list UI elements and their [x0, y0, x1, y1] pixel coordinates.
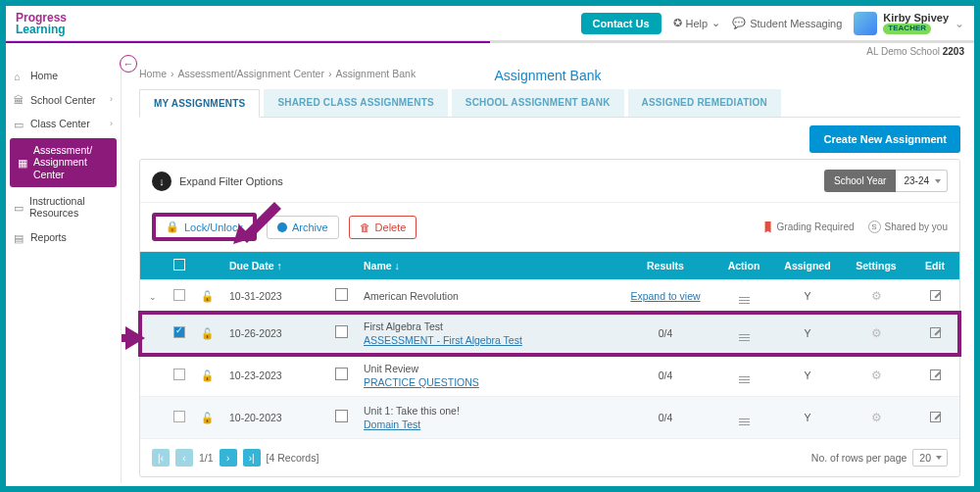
page-first-button[interactable]: |‹ — [152, 449, 170, 467]
row-checkbox[interactable] — [173, 289, 185, 301]
cell-assigned: Y — [773, 313, 842, 355]
school-year-label: School Year — [824, 170, 896, 192]
sidebar-item-instructional[interactable]: ▭ Instructional Resources — [6, 189, 121, 225]
rows-per-page-label: No. of rows per page — [811, 452, 906, 464]
pagination: |‹ ‹ 1/1 › ›| [4 Records] No. of rows pe… — [140, 438, 959, 476]
cell-assigned: Y — [773, 280, 842, 313]
record-count: [4 Records] — [267, 452, 319, 464]
report-icon: ▤ — [14, 232, 24, 243]
cell-name: American Revolution — [356, 280, 616, 313]
col-name[interactable]: Name ↓ — [356, 252, 616, 280]
row-checkbox[interactable] — [173, 369, 185, 380]
action-menu-icon[interactable] — [739, 376, 750, 384]
rows-per-page-select[interactable]: 20 — [912, 449, 948, 467]
action-menu-icon[interactable] — [739, 297, 750, 305]
sidebar-item-school-center[interactable]: 🏛 School Center › — [6, 88, 121, 113]
edit-icon[interactable] — [930, 369, 941, 380]
cell-results: 0/4 — [616, 355, 714, 397]
gear-icon[interactable]: ⚙ — [871, 369, 882, 382]
cell-results: 0/4 — [616, 313, 714, 355]
action-menu-icon[interactable] — [739, 334, 750, 342]
cell-results: 0/4 — [616, 397, 714, 439]
school-year-value[interactable]: 23-24 — [896, 170, 948, 192]
tab-shared-class[interactable]: SHARED CLASS ASSIGNMENTS — [264, 89, 447, 117]
svg-marker-3 — [125, 326, 145, 350]
table-row: 🔓10-23-2023Unit ReviewPRACTICE QUESTIONS… — [140, 355, 959, 397]
assignment-sublink[interactable]: ASSESSMENT - First Algebra Test — [364, 334, 609, 346]
col-due-date[interactable]: Due Date ↑ — [221, 252, 329, 280]
arrow-down-icon: ↓ — [152, 172, 172, 191]
building-icon: 🏛 — [14, 94, 24, 105]
sidebar-item-reports[interactable]: ▤ Reports — [6, 225, 121, 250]
page-last-button[interactable]: ›| — [243, 449, 261, 467]
unlock-icon[interactable]: 🔓 — [201, 369, 214, 381]
col-settings: Settings — [842, 252, 910, 280]
book-icon: ▭ — [14, 202, 24, 213]
top-bar: Progress Learning Contact Us ✪ Help ⌄ 💬 … — [6, 6, 974, 41]
svg-rect-2 — [122, 334, 125, 342]
edit-icon[interactable] — [930, 412, 941, 422]
page-title: Assignment Bank — [495, 68, 602, 83]
expand-filter-label: Expand Filter Options — [179, 175, 283, 187]
create-assignment-button[interactable]: Create New Assignment — [809, 125, 960, 153]
sidebar-item-label: Reports — [30, 231, 67, 244]
copy-icon[interactable] — [337, 412, 348, 422]
unlock-icon[interactable]: 🔓 — [201, 290, 214, 302]
expand-filter-button[interactable]: ↓ Expand Filter Options — [152, 172, 283, 191]
gear-icon[interactable]: ⚙ — [871, 411, 882, 424]
tab-my-assignments[interactable]: MY ASSIGNMENTS — [139, 89, 260, 118]
chat-icon: 💬 — [732, 17, 746, 29]
sidebar-item-label: Home — [30, 70, 58, 82]
chevron-right-icon: › — [110, 119, 113, 129]
copy-icon[interactable] — [337, 369, 348, 380]
page-prev-button[interactable]: ‹ — [175, 449, 193, 467]
sidebar-item-assessment-center[interactable]: ▦ Assessment/ Assignment Center — [10, 138, 117, 187]
sidebar-item-class-center[interactable]: ▭ Class Center › — [6, 112, 121, 136]
sort-asc-icon: ↑ — [276, 260, 281, 271]
brand-logo: Progress Learning — [16, 12, 67, 35]
sort-desc-icon: ↓ — [395, 260, 400, 271]
assignment-sublink[interactable]: PRACTICE QUESTIONS — [364, 376, 609, 388]
school-year-selector[interactable]: School Year 23-24 — [824, 170, 948, 192]
cell-results[interactable]: Expand to view — [616, 280, 714, 313]
select-all-checkbox[interactable] — [173, 259, 185, 271]
cell-due-date: 10-26-2023 — [221, 313, 329, 355]
breadcrumb-home[interactable]: Home — [139, 68, 167, 79]
delete-button[interactable]: 🗑 Delete — [349, 216, 417, 239]
edit-icon[interactable] — [930, 327, 941, 338]
table-row: ⌄🔓10-31-2023American RevolutionExpand to… — [140, 280, 959, 313]
gear-icon[interactable]: ⚙ — [871, 289, 882, 303]
assignment-sublink[interactable]: Domain Test — [364, 418, 609, 430]
help-menu[interactable]: ✪ Help ⌄ — [673, 17, 721, 29]
class-icon: ▭ — [14, 119, 24, 129]
breadcrumb-current: Assignment Bank — [335, 68, 416, 79]
user-menu[interactable]: Kirby Spivey TEACHER ⌄ — [854, 12, 964, 35]
tab-assigned-remediation[interactable]: ASSIGNED REMEDIATION — [628, 89, 781, 117]
copy-icon[interactable] — [337, 327, 348, 338]
cell-name: Unit ReviewPRACTICE QUESTIONS — [356, 355, 616, 397]
tab-school-bank[interactable]: SCHOOL ASSIGNMENT BANK — [452, 89, 624, 117]
cell-due-date: 10-20-2023 — [221, 397, 329, 439]
chevron-down-icon: ⌄ — [955, 17, 964, 30]
edit-icon[interactable] — [930, 290, 941, 301]
col-action: Action — [714, 252, 773, 280]
row-checkbox[interactable] — [173, 326, 185, 338]
sidebar: ⌂ Home 🏛 School Center › ▭ Class Center … — [6, 60, 122, 483]
gear-icon[interactable]: ⚙ — [871, 326, 882, 340]
sidebar-item-label: Class Center — [30, 118, 90, 130]
annotation-arrow — [225, 197, 284, 256]
action-menu-icon[interactable] — [739, 418, 750, 426]
chevron-right-icon: › — [110, 94, 113, 105]
breadcrumb-center[interactable]: Assessment/Assignment Center — [178, 68, 324, 79]
unlock-icon[interactable]: 🔓 — [201, 327, 214, 339]
contact-us-button[interactable]: Contact Us — [581, 13, 662, 34]
unlock-icon[interactable]: 🔓 — [201, 412, 214, 423]
expand-row-icon[interactable]: ⌄ — [148, 292, 158, 302]
annotation-arrow — [122, 326, 145, 350]
row-checkbox[interactable] — [173, 411, 185, 422]
page-next-button[interactable]: › — [220, 449, 237, 467]
sidebar-item-home[interactable]: ⌂ Home — [6, 64, 121, 88]
home-icon: ⌂ — [14, 71, 24, 81]
student-messaging-link[interactable]: 💬 Student Messaging — [732, 17, 842, 29]
copy-icon[interactable] — [337, 290, 348, 301]
